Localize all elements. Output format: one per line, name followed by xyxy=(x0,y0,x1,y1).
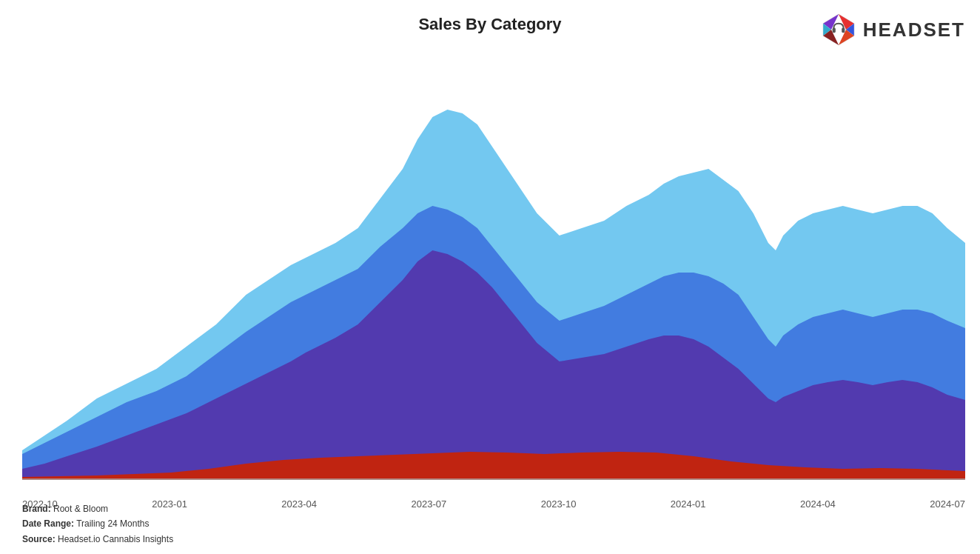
main-chart-svg xyxy=(22,50,965,480)
headset-logo-text: HEADSET xyxy=(863,19,965,41)
footer-brand-label: Brand: xyxy=(22,504,51,514)
footer-brand-value: Root & Bloom xyxy=(53,504,108,514)
footer-daterange: Date Range: Trailing 24 Months xyxy=(22,516,173,531)
x-label-3: 2023-07 xyxy=(412,498,447,510)
x-label-7: 2024-07 xyxy=(930,498,965,510)
chart-container: Sales By Category HEADSET xyxy=(0,0,980,554)
chart-area xyxy=(22,50,965,480)
headset-logo: HEADSET xyxy=(820,11,965,48)
footer-brand: Brand: Root & Bloom xyxy=(22,501,173,516)
x-label-6: 2024-04 xyxy=(800,498,836,510)
footer-daterange-value: Trailing 24 Months xyxy=(76,518,149,529)
headset-logo-icon xyxy=(820,11,857,48)
x-label-4: 2023-10 xyxy=(541,498,577,510)
footer-info: Brand: Root & Bloom Date Range: Trailing… xyxy=(22,501,173,547)
footer-source-label: Source: xyxy=(22,534,56,544)
footer-daterange-label: Date Range: xyxy=(22,518,74,529)
svg-rect-3 xyxy=(842,28,845,33)
x-label-5: 2024-01 xyxy=(671,498,706,510)
footer-source: Source: Headset.io Cannabis Insights xyxy=(22,532,173,547)
footer-source-value: Headset.io Cannabis Insights xyxy=(58,534,173,544)
svg-rect-2 xyxy=(832,28,835,33)
x-label-2: 2023-04 xyxy=(281,498,317,510)
